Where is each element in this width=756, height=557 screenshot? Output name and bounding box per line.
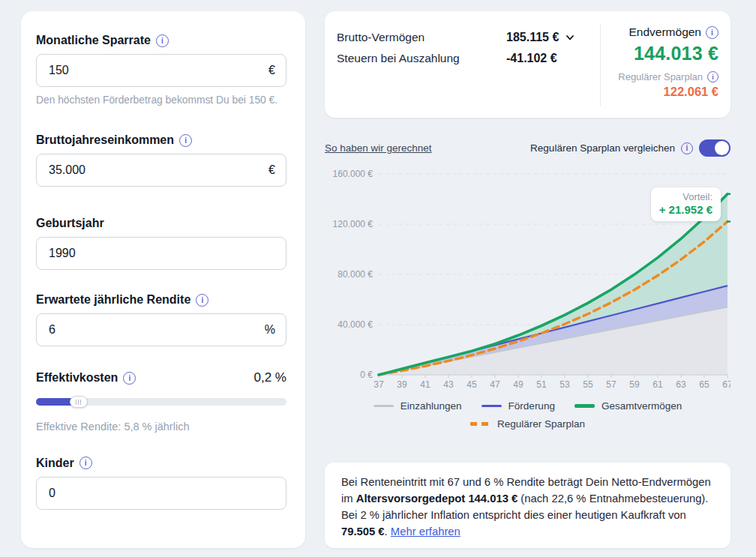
vergleich-toggle-group: Regulären Sparplan vergleichen i xyxy=(530,139,730,157)
svg-text:43: 43 xyxy=(443,379,454,390)
kinder-field-wrap xyxy=(36,477,286,510)
effektivkosten-row: Effektivkosten i 0,2 % xyxy=(36,370,286,385)
svg-text:0 €: 0 € xyxy=(360,370,373,380)
svg-text:160.000 €: 160.000 € xyxy=(333,169,374,179)
sparrate-field-wrap: € xyxy=(36,54,286,87)
chart-controls-row: So haben wir gerechnet Regulären Sparpla… xyxy=(325,139,730,157)
steuern-value: -41.102 € xyxy=(506,52,557,65)
svg-text:65: 65 xyxy=(699,379,710,390)
regulaerer-sparplan-label: Regulärer Sparplan xyxy=(618,71,703,82)
geburtsjahr-label: Geburtsjahr xyxy=(36,217,104,230)
altersvorsorge-rechner: Monatliche Sparrate i € Den höchsten För… xyxy=(0,0,756,557)
endvermoegen-label-row: Endvermögen i xyxy=(598,25,718,39)
svg-text:57: 57 xyxy=(606,379,616,390)
legend-item-einzahlungen: Einzahlungen xyxy=(374,400,462,412)
geburtsjahr-input[interactable] xyxy=(36,237,286,270)
summary-rows: Brutto-Vermögen 185.115 € Steuern bei Au… xyxy=(337,27,575,69)
effektivkosten-label-row: Effektivkosten i xyxy=(36,371,136,385)
sparrate-helper-text: Den höchsten Förderbetrag bekommst Du be… xyxy=(36,93,286,107)
chart-legend: Einzahlungen Förderung Gesamtvermögen Re… xyxy=(325,400,730,430)
ergebnis-summary-card: Brutto-Vermögen 185.115 € Steuern bei Au… xyxy=(325,11,730,118)
so-haben-wir-gerechnet-link[interactable]: So haben wir gerechnet xyxy=(325,142,432,154)
rendite-input[interactable] xyxy=(36,313,286,346)
rendite-field-wrap: % xyxy=(36,313,286,346)
svg-text:41: 41 xyxy=(420,379,430,390)
percent-suffix: % xyxy=(265,323,275,337)
regulaerer-sparplan-label-row: Regulärer Sparplan i xyxy=(598,71,718,82)
svg-text:40.000 €: 40.000 € xyxy=(338,319,373,330)
brutto-vermoegen-value: 185.115 € xyxy=(506,31,575,44)
euro-suffix: € xyxy=(268,163,275,177)
info-icon[interactable]: i xyxy=(156,34,169,47)
mehr-erfahren-link[interactable]: Mehr erfahren xyxy=(391,526,460,538)
svg-text:45: 45 xyxy=(466,379,477,390)
svg-text:67: 67 xyxy=(722,379,730,390)
legend-row: Einzahlungen Förderung Gesamtvermögen xyxy=(374,400,682,412)
legend-item-regulaerer-sparplan: Regulärer Sparplan xyxy=(470,418,585,430)
kinder-input[interactable] xyxy=(36,477,286,510)
brutto-vermoegen-label: Brutto-Vermögen xyxy=(337,31,506,44)
gesamtvermoegen-swatch xyxy=(574,404,595,408)
svg-text:51: 51 xyxy=(536,379,547,390)
svg-text:37: 37 xyxy=(374,379,384,390)
endvermoegen-value: 144.013 € xyxy=(598,43,718,64)
einkommen-label: Bruttojahreseinkommen xyxy=(36,133,174,147)
legend-item-foerderung: Förderung xyxy=(482,400,555,412)
erklaerung-text: Bei Renteneintritt mit 67 und 6 % Rendit… xyxy=(341,475,714,541)
rendite-label: Erwartete jährliche Rendite xyxy=(36,293,190,307)
info-icon[interactable]: i xyxy=(123,372,136,385)
sparrate-input[interactable] xyxy=(36,54,286,87)
vergleich-toggle[interactable] xyxy=(699,139,730,157)
vermoegens-chart-area: 0 €40.000 €80.000 €120.000 €160.000 €373… xyxy=(325,160,730,430)
svg-text:49: 49 xyxy=(513,379,524,390)
brutto-vermoegen-row: Brutto-Vermögen 185.115 € xyxy=(337,27,575,48)
slider-handle[interactable] xyxy=(70,396,88,408)
regulaerer-sparplan-value: 122.061 € xyxy=(598,85,718,99)
legend-row: Regulärer Sparplan xyxy=(470,418,585,430)
svg-text:59: 59 xyxy=(629,379,640,390)
erklaerung-card: Bei Renteneintritt mit 67 und 6 % Rendit… xyxy=(325,463,730,548)
effektive-rendite-text: Effektive Rendite: 5,8 % jährlich xyxy=(36,419,286,434)
info-icon[interactable]: i xyxy=(80,457,92,469)
euro-suffix: € xyxy=(268,64,275,77)
svg-text:63: 63 xyxy=(676,379,686,390)
chevron-down-icon[interactable] xyxy=(565,32,575,43)
svg-text:53: 53 xyxy=(560,379,570,390)
rendite-label-row: Erwartete jährliche Rendite i xyxy=(36,293,286,307)
svg-text:39: 39 xyxy=(397,379,407,390)
regulaerer-sparplan-swatch xyxy=(470,422,490,426)
info-icon[interactable]: i xyxy=(179,134,192,147)
info-icon[interactable]: i xyxy=(196,294,208,307)
einkommen-label-row: Bruttojahreseinkommen i xyxy=(36,133,286,147)
sparrate-label-row: Monatliche Sparrate i xyxy=(36,34,286,47)
geburtsjahr-field-wrap xyxy=(36,237,286,270)
endvermoegen-block: Endvermögen i 144.013 € Regulärer Sparpl… xyxy=(598,25,718,99)
toggle-knob xyxy=(715,141,729,155)
info-icon[interactable]: i xyxy=(681,142,693,154)
svg-text:47: 47 xyxy=(490,379,500,390)
kinder-label-row: Kinder i xyxy=(36,457,286,470)
legend-item-gesamtvermoegen: Gesamtvermögen xyxy=(574,400,682,412)
svg-text:61: 61 xyxy=(652,379,663,390)
sparrate-label: Monatliche Sparrate xyxy=(36,34,151,47)
effektivkosten-slider[interactable] xyxy=(36,396,286,408)
svg-text:55: 55 xyxy=(583,379,593,390)
svg-text:120.000 €: 120.000 € xyxy=(333,219,374,229)
endvermoegen-label: Endvermögen xyxy=(628,25,701,39)
effektivkosten-label: Effektivkosten xyxy=(36,371,118,385)
svg-text:80.000 €: 80.000 € xyxy=(338,269,373,280)
info-icon[interactable]: i xyxy=(707,71,718,82)
kinder-label: Kinder xyxy=(36,457,74,470)
geburtsjahr-label-row: Geburtsjahr xyxy=(36,217,286,230)
steuern-label: Steuern bei Auszahlung xyxy=(337,52,506,65)
info-icon[interactable]: i xyxy=(706,26,718,39)
einzahlungen-swatch xyxy=(374,405,394,407)
vorteil-annotation: Vorteil: + 21.952 € xyxy=(651,187,721,221)
foerderung-swatch xyxy=(482,405,502,407)
vorteil-value: + 21.952 € xyxy=(659,203,712,216)
steuern-row: Steuern bei Auszahlung -41.102 € xyxy=(337,48,575,69)
vergleich-toggle-label: Regulären Sparplan vergleichen xyxy=(530,142,675,154)
einkommen-field-wrap: € xyxy=(36,154,286,187)
einkommen-input[interactable] xyxy=(36,154,286,187)
effektivkosten-value: 0,2 % xyxy=(254,370,286,385)
